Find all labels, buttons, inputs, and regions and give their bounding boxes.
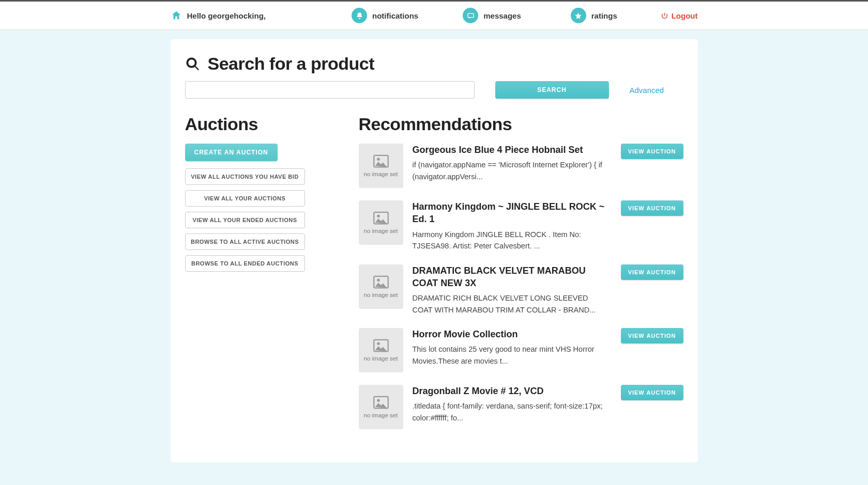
nav-ratings[interactable]: ratings [571,8,617,23]
auctions-heading: Auctions [185,114,340,134]
item-thumbnail[interactable]: no image set [359,144,403,188]
chat-icon [463,8,478,23]
svg-rect-0 [468,13,474,18]
star-icon [571,8,586,23]
image-placeholder-icon [373,211,389,225]
search-button[interactable]: Search [495,81,609,99]
advanced-search-link[interactable]: Advanced [630,86,664,95]
search-input[interactable] [185,81,475,99]
home-icon[interactable] [171,10,182,21]
image-placeholder-icon [373,154,389,168]
recommendation-item: no image setHorror Movie CollectionThis … [359,328,683,372]
image-placeholder-icon [373,339,389,352]
item-title[interactable]: Gorgeous Ice Blue 4 Piece Hobnail Set [413,144,606,156]
nav-label: notifications [372,11,418,20]
svg-point-6 [377,278,380,281]
view-auction-button[interactable]: View Auction [621,144,683,159]
view-auction-button[interactable]: View Auction [621,200,683,216]
item-thumbnail[interactable]: no image set [359,264,403,309]
item-title[interactable]: Horror Movie Collection [413,328,606,340]
item-title[interactable]: Harmony Kingdom ~ JINGLE BELL ROCK ~ Ed.… [413,200,606,226]
view-auction-button[interactable]: View Auction [621,385,683,400]
bell-icon [352,8,367,23]
magnifier-icon [185,56,201,72]
item-thumbnail[interactable]: no image set [359,385,403,429]
recommendation-item: no image setDragonball Z Movie # 12, VCD… [359,385,683,429]
no-image-label: no image set [364,412,398,418]
auction-nav-button[interactable]: BROWSE TO ALL ENDED AUCTIONS [185,255,305,272]
no-image-label: no image set [364,292,398,298]
item-description: This lot contains 25 very good to near m… [413,343,606,367]
nav-notifications[interactable]: notifications [352,8,418,23]
no-image-label: no image set [364,171,398,177]
recommendation-item: no image setDRAMATIC BLACK VELVET MARABO… [359,264,683,316]
main-panel: Search for a product Search Advanced Auc… [171,39,698,462]
item-title[interactable]: Dragonball Z Movie # 12, VCD [413,385,606,397]
image-placeholder-icon [373,396,389,409]
logout-link[interactable]: Logout [661,11,698,20]
nav-label: messages [483,11,521,20]
nav-label: ratings [591,11,617,20]
nav-messages[interactable]: messages [463,8,521,23]
svg-point-8 [377,342,380,346]
image-placeholder-icon [373,275,389,289]
greeting: Hello georgehocking, [171,10,266,21]
svg-point-10 [377,399,380,402]
search-heading: Search for a product [208,54,375,74]
item-description: Harmony Kingdom JINGLE BELL ROCK . Item … [413,229,606,252]
recommendations-heading: Recommendations [359,114,683,134]
view-auction-button[interactable]: View Auction [621,328,683,343]
power-icon [661,12,668,20]
item-description: .titledata { font-family: verdana, sans-… [413,400,606,424]
auction-nav-button[interactable]: VIEW ALL YOUR ENDED AUCTIONS [185,212,305,228]
view-auction-button[interactable]: View Auction [621,264,683,280]
svg-point-2 [377,158,380,161]
auction-nav-button[interactable]: BROWSE TO ALL ACTIVE AUCTIONS [185,233,305,250]
greeting-text: Hello georgehocking, [187,11,266,20]
item-thumbnail[interactable]: no image set [359,328,403,372]
recommendation-item: no image setHarmony Kingdom ~ JINGLE BEL… [359,200,683,252]
item-description: if (navigator.appName == 'Microsoft Inte… [413,159,606,182]
recommendation-item: no image setGorgeous Ice Blue 4 Piece Ho… [359,144,683,188]
svg-point-4 [377,215,380,218]
no-image-label: no image set [364,228,398,234]
top-navbar: Hello georgehocking, notifications messa… [0,0,868,30]
no-image-label: no image set [364,355,398,362]
auction-nav-button[interactable]: VIEW ALL AUCTIONS YOU HAVE BID [185,168,305,185]
item-description: DRAMATIC RICH BLACK VELVET LONG SLEEVED … [413,292,606,316]
item-title[interactable]: DRAMATIC BLACK VELVET MARABOU COAT NEW 3… [413,264,606,290]
auction-nav-button[interactable]: VIEW ALL YOUR AUCTIONS [185,190,305,207]
logout-label: Logout [672,11,698,20]
create-auction-button[interactable]: Create an Auction [185,144,278,161]
item-thumbnail[interactable]: no image set [359,200,403,245]
